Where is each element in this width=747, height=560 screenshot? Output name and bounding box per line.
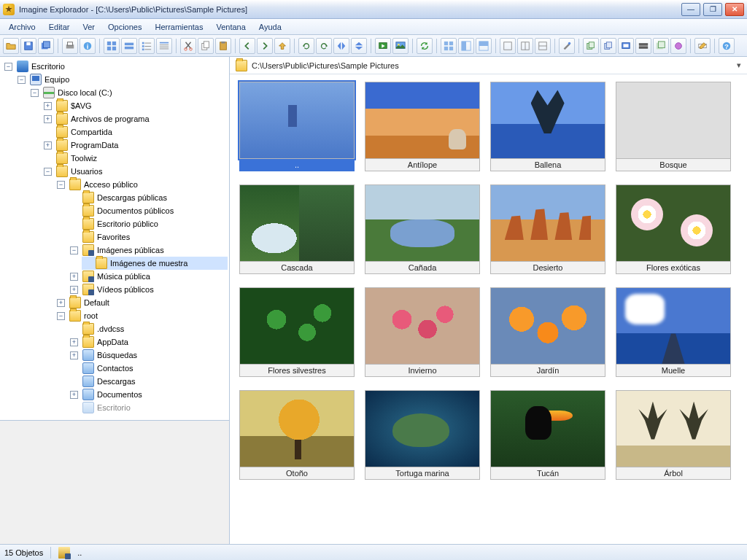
tb-multi-icon[interactable] bbox=[653, 38, 669, 54]
svg-rect-3 bbox=[44, 41, 50, 47]
thumbnail-item[interactable]: Flores silvestres bbox=[239, 287, 355, 377]
menu-editar[interactable]: Editar bbox=[43, 20, 76, 34]
tb-paste-icon[interactable] bbox=[215, 38, 231, 54]
tb-prev-icon[interactable] bbox=[239, 38, 255, 54]
menu-opciones[interactable]: Opciones bbox=[102, 20, 147, 34]
tb-wallpaper-icon[interactable] bbox=[392, 38, 409, 54]
thumbnail-item[interactable]: Muelle bbox=[615, 287, 732, 377]
tree-item[interactable]: Contactos bbox=[97, 364, 133, 373]
tb-rename-icon[interactable] bbox=[694, 38, 711, 54]
thumbnail-item[interactable]: Tucán bbox=[489, 390, 606, 480]
svg-rect-9 bbox=[112, 41, 116, 44]
thumbnail-item[interactable]: Cascada bbox=[239, 184, 355, 274]
titlebar: Imagine Explorador - [C:\Users\Public\Pi… bbox=[0, 0, 747, 19]
tree-item[interactable]: Usuarios bbox=[71, 167, 102, 176]
tb-settings-icon[interactable] bbox=[559, 38, 575, 54]
tree-item[interactable]: Default bbox=[84, 298, 109, 307]
tree-item[interactable]: Favorites bbox=[97, 233, 130, 241]
tb-help-icon[interactable]: ? bbox=[719, 38, 735, 54]
tree-item[interactable]: Descargas bbox=[97, 377, 136, 386]
tb-list-icon[interactable] bbox=[139, 38, 155, 54]
tb-print-icon[interactable] bbox=[62, 38, 78, 54]
tb-open-icon[interactable] bbox=[3, 38, 19, 54]
tb-rotate-right-icon[interactable] bbox=[316, 38, 332, 54]
menu-ver[interactable]: Ver bbox=[77, 20, 101, 34]
tb-flip-v-icon[interactable] bbox=[351, 38, 367, 54]
tb-cut-icon[interactable] bbox=[180, 38, 196, 54]
tb-up-icon[interactable] bbox=[274, 38, 290, 54]
thumbnail-item[interactable]: Antílope bbox=[364, 82, 481, 171]
tree-item[interactable]: root bbox=[84, 311, 98, 320]
path-dropdown-icon[interactable]: ▾ bbox=[737, 61, 741, 70]
tree-item[interactable]: Descargas públicas bbox=[97, 193, 167, 202]
tb-thumbs-icon[interactable] bbox=[104, 38, 120, 54]
thumbnail-area[interactable]: ..AntílopeBallenaBosqueCascadaCañadaDesi… bbox=[230, 74, 747, 544]
tb-batch2-icon[interactable] bbox=[600, 38, 616, 54]
tree-item[interactable]: ProgramData bbox=[71, 141, 118, 149]
tree-item[interactable]: Acceso público bbox=[84, 180, 138, 189]
tree-item[interactable]: Búsquedas bbox=[97, 351, 137, 359]
menu-ventana[interactable]: Ventana bbox=[210, 20, 251, 34]
tree-item[interactable]: AppData bbox=[97, 338, 128, 346]
tree-item-selected[interactable]: Imágenes de muestra bbox=[110, 259, 187, 268]
tree-desktop[interactable]: Escritorio bbox=[31, 62, 65, 71]
tb-view1-icon[interactable] bbox=[441, 38, 457, 54]
tb-panel1-icon[interactable] bbox=[500, 38, 516, 54]
tree-item[interactable]: Imágenes públicas bbox=[97, 246, 164, 254]
tree-item[interactable]: Escritorio público bbox=[97, 219, 158, 228]
thumbnail-item[interactable]: .. bbox=[239, 82, 355, 171]
current-path[interactable]: C:\Users\Public\Pictures\Sample Pictures bbox=[252, 61, 732, 70]
folder-tree[interactable]: −Escritorio −Equipo −Disco local (C:) +$… bbox=[0, 57, 229, 420]
tb-panel2-icon[interactable] bbox=[517, 38, 533, 54]
tree-item[interactable]: $AVG bbox=[71, 101, 92, 110]
tb-save-icon[interactable] bbox=[20, 38, 36, 54]
thumbnail-item[interactable]: Flores exóticas bbox=[615, 184, 732, 274]
menu-archivo[interactable]: Archivo bbox=[3, 20, 42, 34]
tb-across-icon[interactable] bbox=[121, 38, 137, 54]
tree-item[interactable]: .dvdcss bbox=[97, 324, 124, 333]
tree-item[interactable]: Documentos públicos bbox=[97, 206, 174, 215]
tb-saveall-icon[interactable] bbox=[38, 38, 54, 54]
tb-panel3-icon[interactable] bbox=[535, 38, 551, 54]
tb-view3-icon[interactable] bbox=[476, 38, 492, 54]
thumbnail-item[interactable]: Árbol bbox=[615, 390, 732, 480]
tb-rotate-left-icon[interactable] bbox=[298, 38, 314, 54]
tb-slideshow-icon[interactable] bbox=[375, 38, 391, 54]
thumbnail-item[interactable]: Jardín bbox=[489, 287, 606, 377]
thumbnail-item[interactable]: Tortuga marina bbox=[364, 390, 481, 480]
tree-equipo[interactable]: Equipo bbox=[44, 75, 69, 84]
tb-flip-h-icon[interactable] bbox=[333, 38, 349, 54]
thumbnail-item[interactable]: Bosque bbox=[615, 82, 732, 171]
tb-batch1-icon[interactable] bbox=[583, 38, 599, 54]
window-title: Imagine Explorador - [C:\Users\Public\Pi… bbox=[19, 5, 681, 14]
tb-plugin-icon[interactable] bbox=[670, 38, 686, 54]
tree-item[interactable]: Música pública bbox=[97, 272, 150, 281]
tree-item[interactable]: Vídeos públicos bbox=[97, 285, 154, 294]
tb-refresh-icon[interactable] bbox=[417, 38, 433, 54]
tree-item[interactable]: Archivos de programa bbox=[71, 114, 150, 123]
menu-herramientas[interactable]: Herramientas bbox=[149, 20, 209, 34]
tb-view2-icon[interactable] bbox=[458, 38, 474, 54]
minimize-button[interactable]: — bbox=[681, 3, 700, 16]
tree-item[interactable]: Toolwiz bbox=[71, 154, 97, 163]
tree-item[interactable]: Documentos bbox=[97, 390, 142, 399]
thumbnail-item[interactable]: Ballena bbox=[489, 82, 606, 171]
thumbnail-caption: Jardín bbox=[490, 365, 605, 377]
thumbnail-item[interactable]: Otoño bbox=[239, 390, 355, 480]
tree-item[interactable]: Escritorio bbox=[97, 403, 131, 412]
tb-info-icon[interactable]: i bbox=[80, 38, 96, 54]
tb-copy-icon[interactable] bbox=[198, 38, 214, 54]
tb-screenshot-icon[interactable] bbox=[618, 38, 634, 54]
thumbnail-item[interactable]: Invierno bbox=[364, 287, 481, 377]
tree-disk[interactable]: Disco local (C:) bbox=[58, 88, 112, 97]
thumbnail-caption: Tortuga marina bbox=[365, 467, 480, 480]
menu-ayuda[interactable]: Ayuda bbox=[253, 20, 287, 34]
tb-anim-icon[interactable] bbox=[635, 38, 651, 54]
tb-details-icon[interactable] bbox=[156, 38, 172, 54]
tb-next-icon[interactable] bbox=[257, 38, 273, 54]
thumbnail-item[interactable]: Cañada bbox=[364, 184, 481, 274]
tree-item[interactable]: Compartida bbox=[71, 128, 112, 136]
close-button[interactable]: ✕ bbox=[725, 3, 744, 16]
maximize-button[interactable]: ❐ bbox=[703, 3, 722, 16]
thumbnail-item[interactable]: Desierto bbox=[489, 184, 606, 274]
